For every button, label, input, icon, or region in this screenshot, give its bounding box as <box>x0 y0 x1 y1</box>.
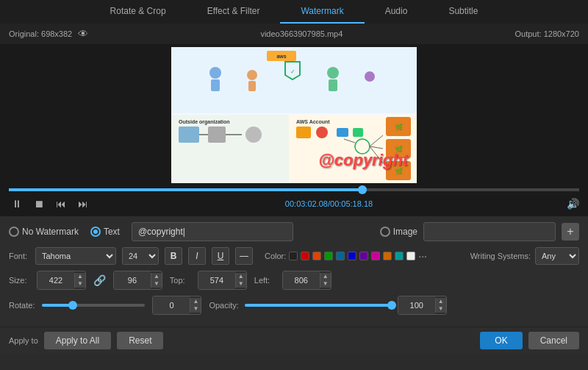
color-cyan[interactable] <box>395 252 404 260</box>
reset-button[interactable]: Reset <box>117 332 163 349</box>
no-watermark-radio[interactable] <box>9 227 19 237</box>
top-spinner[interactable]: ▲ ▼ <box>198 271 247 290</box>
color-teal[interactable] <box>336 252 345 260</box>
color-orange[interactable] <box>312 252 321 260</box>
svg-point-4 <box>209 67 221 79</box>
strikethrough-button[interactable]: — <box>235 247 253 265</box>
top-input[interactable] <box>198 271 235 289</box>
text-watermark-option[interactable]: Text <box>90 227 120 237</box>
output-resolution: Output: 1280x720 <box>515 29 579 38</box>
writing-systems-select[interactable]: Any <box>535 247 579 265</box>
apply-to-text: Apply to <box>9 332 38 349</box>
image-watermark-radio[interactable] <box>380 227 390 237</box>
cancel-button[interactable]: Cancel <box>528 332 579 349</box>
width-spinner[interactable]: ▲ ▼ <box>37 271 86 290</box>
color-green[interactable] <box>324 252 333 260</box>
rotate-spinner[interactable]: ▲ ▼ <box>152 296 201 315</box>
total-time: 00:05:18.18 <box>330 199 373 208</box>
add-image-button[interactable]: + <box>562 223 579 241</box>
rotate-slider-thumb[interactable] <box>68 301 77 310</box>
watermark-type-row: No Watermark Text Image + <box>9 222 579 241</box>
height-up[interactable]: ▲ <box>151 273 162 280</box>
height-spinner[interactable]: ▲ ▼ <box>113 271 162 290</box>
svg-rect-9 <box>329 79 337 91</box>
width-down[interactable]: ▼ <box>75 280 85 288</box>
width-input[interactable] <box>37 271 74 289</box>
width-up[interactable]: ▲ <box>75 273 85 280</box>
color-red[interactable] <box>301 252 309 260</box>
svg-rect-7 <box>248 81 256 91</box>
tab-watermark[interactable]: Watermark <box>280 0 364 24</box>
opacity-slider[interactable] <box>245 304 392 307</box>
color-brown[interactable] <box>383 252 392 260</box>
apply-all-button[interactable]: Apply to All <box>44 332 111 349</box>
no-watermark-option[interactable]: No Watermark <box>9 227 79 237</box>
font-size-select[interactable]: 24 <box>122 247 159 265</box>
link-icon[interactable]: 🔗 <box>93 274 106 286</box>
rotate-up[interactable]: ▲ <box>190 298 201 305</box>
opacity-down[interactable]: ▼ <box>436 305 446 313</box>
left-down[interactable]: ▼ <box>320 280 331 288</box>
svg-rect-24 <box>337 128 348 137</box>
video-area: aws ✓ Outside organization AWS Account <box>0 44 588 185</box>
image-path-input[interactable] <box>423 222 556 241</box>
svg-point-19 <box>245 127 262 143</box>
tab-effect-filter[interactable]: Effect & Filter <box>187 0 281 24</box>
prev-button[interactable]: ⏮ <box>53 196 69 211</box>
writing-systems-label: Writing Systems: <box>470 252 531 260</box>
rotate-slider[interactable] <box>42 304 145 307</box>
opacity-up[interactable]: ▲ <box>436 298 446 305</box>
svg-rect-13 <box>171 115 289 183</box>
svg-point-8 <box>327 67 339 79</box>
height-down[interactable]: ▼ <box>151 280 162 288</box>
top-label: Top: <box>170 276 190 285</box>
text-watermark-radio[interactable] <box>90 227 101 237</box>
color-pink[interactable] <box>371 252 380 260</box>
rotate-input[interactable] <box>153 296 190 314</box>
color-purple[interactable] <box>359 252 368 260</box>
top-up[interactable]: ▲ <box>236 273 246 280</box>
underline-button[interactable]: U <box>212 247 229 265</box>
text-watermark-input[interactable] <box>132 222 293 241</box>
controls-bar: ⏸ ⏹ ⏮ ⏭ 00:03:02.08/00:05:18.18 🔊 <box>0 191 588 216</box>
top-down[interactable]: ▼ <box>236 280 246 288</box>
more-colors-button[interactable]: ··· <box>418 250 427 262</box>
eye-icon[interactable]: 👁 <box>78 28 88 40</box>
progress-track[interactable] <box>9 188 579 191</box>
progress-thumb[interactable] <box>358 185 367 194</box>
font-family-select[interactable]: Tahoma <box>35 247 116 265</box>
stop-button[interactable]: ⏹ <box>31 196 47 211</box>
height-input[interactable] <box>114 271 151 289</box>
tab-rotate-crop[interactable]: Rotate & Crop <box>90 0 187 24</box>
opacity-spinner[interactable]: ▲ ▼ <box>398 296 447 315</box>
image-watermark-label: Image <box>393 227 417 237</box>
tab-audio[interactable]: Audio <box>365 0 429 24</box>
tab-subtitle[interactable]: Subtitle <box>428 0 498 24</box>
color-white[interactable] <box>406 252 415 260</box>
color-blue[interactable] <box>348 252 356 260</box>
svg-text:AWS Account: AWS Account <box>296 119 330 124</box>
ok-button[interactable]: OK <box>480 332 522 349</box>
left-input[interactable] <box>283 271 320 289</box>
pause-button[interactable]: ⏸ <box>9 196 25 211</box>
left-spinner[interactable]: ▲ ▼ <box>282 271 331 290</box>
volume-icon[interactable]: 🔊 <box>567 198 579 210</box>
italic-button[interactable]: I <box>188 247 206 265</box>
opacity-slider-thumb[interactable] <box>387 301 396 310</box>
rotate-down[interactable]: ▼ <box>190 305 201 313</box>
aws-diagram: aws ✓ Outside organization AWS Account <box>171 47 417 183</box>
bold-button[interactable]: B <box>165 247 182 265</box>
color-black[interactable] <box>289 252 298 260</box>
progress-bar-area[interactable] <box>0 185 588 191</box>
opacity-input[interactable] <box>398 296 435 314</box>
time-display: 00:03:02.08/00:05:18.18 <box>285 199 373 208</box>
bottom-bar: Apply to Apply to All Reset OK Cancel <box>0 327 588 354</box>
opacity-section: Opacity: ▲ ▼ <box>209 296 446 315</box>
bottom-left-buttons: Apply to Apply to All Reset <box>9 332 163 349</box>
image-watermark-option[interactable]: Image <box>380 227 417 237</box>
original-resolution: Original: 698x382 <box>9 29 72 38</box>
next-button[interactable]: ⏭ <box>75 196 91 211</box>
size-label: Size: <box>9 276 29 285</box>
color-section: Color: ··· <box>265 250 427 262</box>
left-up[interactable]: ▲ <box>320 273 331 280</box>
